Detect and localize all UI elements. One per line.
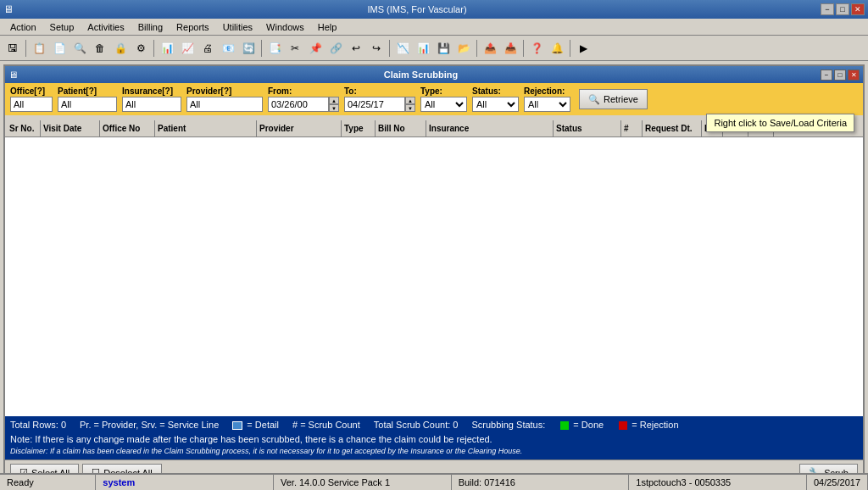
from-date-up[interactable]: ▲ bbox=[329, 97, 339, 104]
hash-label: # = Scrub Count bbox=[292, 419, 360, 432]
toolbar-btn-11[interactable]: 📧 bbox=[219, 39, 237, 58]
toolbar-sep-1 bbox=[25, 40, 26, 57]
done-icon bbox=[560, 421, 569, 430]
toolbar-sep-3 bbox=[261, 40, 262, 57]
status-note1: Note: If there is any change made after … bbox=[10, 433, 858, 446]
menu-action[interactable]: Action bbox=[3, 20, 43, 34]
app-close-btn[interactable]: ✕ bbox=[851, 3, 865, 15]
toolbar-btn-15[interactable]: 📌 bbox=[306, 39, 325, 58]
menu-setup[interactable]: Setup bbox=[43, 20, 81, 34]
from-date-input[interactable] bbox=[268, 97, 329, 112]
toolbar-btn-10[interactable]: 🖨 bbox=[198, 39, 217, 58]
menu-reports[interactable]: Reports bbox=[170, 20, 216, 34]
type-select[interactable]: All bbox=[420, 97, 467, 112]
menu-utilities[interactable]: Utilities bbox=[216, 20, 259, 34]
status-select[interactable]: All bbox=[472, 97, 519, 112]
toolbar-btn-18[interactable]: ↪ bbox=[367, 39, 386, 58]
total-scrub-count: Total Scrub Count: 0 bbox=[374, 419, 459, 432]
office-input[interactable] bbox=[10, 97, 53, 112]
toolbar-btn-6[interactable]: 🔒 bbox=[111, 39, 130, 58]
app-minimize-btn[interactable]: − bbox=[821, 3, 834, 15]
toolbar-btn-27[interactable]: ▶ bbox=[574, 39, 593, 58]
toolbar-btn-4[interactable]: 🔍 bbox=[70, 39, 89, 58]
toolbar-btn-17[interactable]: ↩ bbox=[347, 39, 365, 58]
app-maximize-btn[interactable]: □ bbox=[836, 3, 849, 15]
status-ready: Ready bbox=[0, 475, 96, 490]
toolbar-btn-23[interactable]: 📤 bbox=[481, 39, 499, 58]
col-request-dt: Request Dt. bbox=[643, 120, 702, 136]
col-insurance: Insurance bbox=[426, 120, 554, 136]
status-server: 1stpctouch3 - 0050335 bbox=[629, 475, 807, 490]
toolbar-btn-7[interactable]: ⚙ bbox=[131, 39, 150, 58]
retrieve-button[interactable]: 🔍 Retrieve bbox=[579, 89, 648, 109]
filter-patient: Patient[?] bbox=[58, 86, 117, 112]
toolbar: 🖫 📋 📄 🔍 🗑 🔒 ⚙ 📊 📈 🖨 📧 🔄 📑 ✂ 📌 🔗 ↩ ↪ 📉 📊 … bbox=[0, 36, 868, 61]
col-office-no: Office No bbox=[100, 120, 155, 136]
filter-to: To: ▲ ▼ bbox=[344, 86, 415, 112]
toolbar-sep-7 bbox=[570, 40, 570, 57]
rejection-select[interactable]: All bbox=[524, 97, 570, 112]
from-date-down[interactable]: ▼ bbox=[329, 104, 339, 112]
detail-box: = Detail bbox=[232, 419, 279, 432]
toolbar-btn-25[interactable]: ❓ bbox=[527, 39, 546, 58]
filter-bar: Office[?] Patient[?] Insurance[?] Provid… bbox=[5, 83, 863, 115]
filter-from: From: ▲ ▼ bbox=[268, 86, 339, 112]
pr-srv-legend: Pr. = Provider, Srv. = Service Line bbox=[80, 419, 219, 432]
win-minimize-btn[interactable]: − bbox=[821, 70, 832, 81]
filter-office: Office[?] bbox=[10, 86, 53, 112]
col-patient: Patient bbox=[155, 120, 257, 136]
done-legend: = Done bbox=[559, 419, 604, 432]
office-label: Office[?] bbox=[10, 86, 53, 96]
rejection-icon bbox=[619, 421, 627, 430]
status-note2: Disclaimer: If a claim has been cleared … bbox=[10, 446, 858, 457]
win-close-btn[interactable]: ✕ bbox=[848, 70, 860, 81]
to-date-up[interactable]: ▲ bbox=[405, 97, 415, 104]
tooltip-text: Right click to Save/Load Criteria bbox=[714, 118, 847, 128]
retrieve-label: Retrieve bbox=[604, 94, 638, 104]
to-date-input[interactable] bbox=[344, 97, 405, 112]
toolbar-btn-21[interactable]: 💾 bbox=[434, 39, 453, 58]
filter-type: Type: All bbox=[420, 86, 467, 112]
tooltip: Right click to Save/Load Criteria bbox=[706, 114, 854, 132]
toolbar-btn-12[interactable]: 🔄 bbox=[239, 39, 258, 58]
toolbar-btn-19[interactable]: 📉 bbox=[393, 39, 412, 58]
win-title: Claim Scrubbing bbox=[21, 70, 821, 80]
to-date-down[interactable]: ▼ bbox=[405, 104, 415, 112]
status-build: Build: 071416 bbox=[452, 475, 630, 490]
app-title: IMS (IMS, For Vascular) bbox=[14, 4, 821, 14]
toolbar-btn-16[interactable]: 🔗 bbox=[326, 39, 345, 58]
menu-activities[interactable]: Activities bbox=[81, 20, 131, 34]
win-maximize-btn[interactable]: □ bbox=[834, 70, 846, 81]
toolbar-btn-1[interactable]: 🖫 bbox=[3, 39, 22, 58]
toolbar-btn-20[interactable]: 📊 bbox=[414, 39, 432, 58]
toolbar-btn-13[interactable]: 📑 bbox=[265, 39, 284, 58]
toolbar-btn-9[interactable]: 📈 bbox=[178, 39, 197, 58]
app-title-bar: 🖥 IMS (IMS, For Vascular) − □ ✕ bbox=[0, 0, 868, 19]
retrieve-icon: 🔍 bbox=[588, 94, 600, 105]
toolbar-btn-2[interactable]: 📋 bbox=[30, 39, 48, 58]
menu-billing[interactable]: Billing bbox=[131, 20, 170, 34]
toolbar-btn-22[interactable]: 📂 bbox=[454, 39, 473, 58]
col-status: Status bbox=[554, 120, 621, 136]
toolbar-btn-5[interactable]: 🗑 bbox=[91, 39, 109, 58]
status-date: 04/25/2017 bbox=[807, 475, 868, 490]
menu-bar: Action Setup Activities Billing Reports … bbox=[0, 19, 868, 36]
patient-input[interactable] bbox=[58, 97, 117, 112]
col-type: Type bbox=[342, 120, 376, 136]
to-date-spin: ▲ ▼ bbox=[405, 97, 415, 112]
menu-help[interactable]: Help bbox=[311, 20, 344, 34]
insurance-input[interactable] bbox=[122, 97, 181, 112]
provider-input[interactable] bbox=[186, 97, 263, 112]
from-date-spin: ▲ ▼ bbox=[329, 97, 339, 112]
rejection-legend: = Rejection bbox=[617, 419, 678, 432]
toolbar-btn-26[interactable]: 🔔 bbox=[548, 39, 566, 58]
menu-windows[interactable]: Windows bbox=[259, 20, 311, 34]
grid-body[interactable] bbox=[5, 137, 863, 417]
toolbar-btn-24[interactable]: 📥 bbox=[501, 39, 520, 58]
toolbar-btn-3[interactable]: 📄 bbox=[50, 39, 69, 58]
col-hash: # bbox=[621, 120, 643, 136]
grid-container: Sr No. Visit Date Office No Patient Prov… bbox=[5, 120, 863, 417]
toolbar-btn-14[interactable]: ✂ bbox=[286, 39, 304, 58]
toolbar-btn-8[interactable]: 📊 bbox=[158, 39, 176, 58]
status-user-segment: system bbox=[96, 475, 274, 490]
